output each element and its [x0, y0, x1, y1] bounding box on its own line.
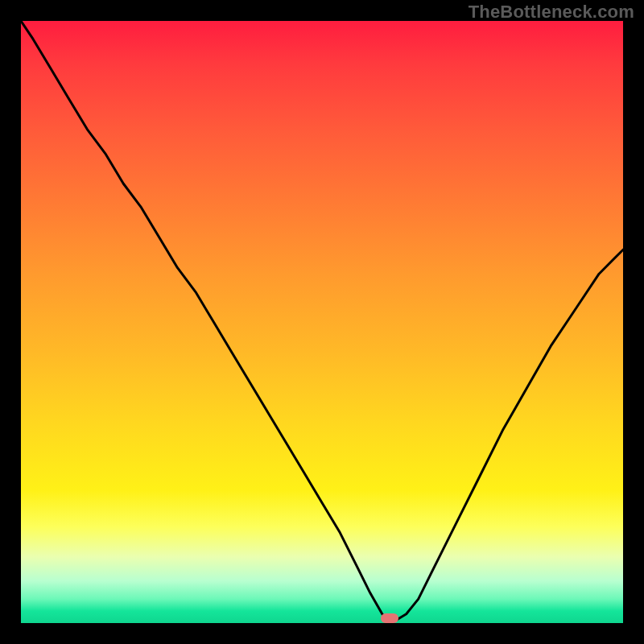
plot-area: [21, 21, 623, 623]
bottleneck-curve: [21, 21, 623, 623]
watermark-text: TheBottleneck.com: [469, 2, 634, 23]
chart-frame: TheBottleneck.com: [0, 0, 644, 644]
optimal-point-marker: [381, 613, 398, 623]
